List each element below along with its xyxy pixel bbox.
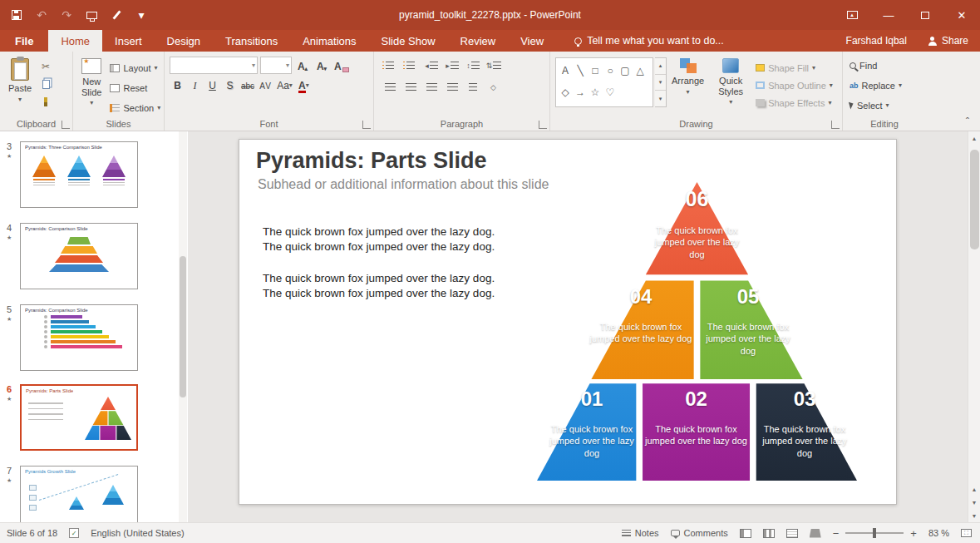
gallery-scroll-up[interactable]: ▴ bbox=[655, 58, 666, 74]
font-color-button[interactable]: A▾ bbox=[296, 77, 312, 94]
tab-slideshow[interactable]: Slide Show bbox=[369, 30, 448, 52]
shapes-gallery[interactable]: A ╲ □ ○ ▢ △ ◇ → ☆ ♡ bbox=[555, 57, 653, 107]
language-indicator[interactable]: English (United States) bbox=[91, 528, 185, 538]
shape-triangle-icon[interactable]: △ bbox=[633, 60, 648, 81]
text-shadow-button[interactable]: S bbox=[222, 77, 238, 94]
collapse-ribbon-button[interactable]: ˆ bbox=[960, 116, 975, 128]
share-button[interactable]: Share bbox=[928, 35, 968, 47]
change-case-button[interactable]: Aa▾ bbox=[275, 77, 294, 94]
tab-review[interactable]: Review bbox=[448, 30, 509, 52]
shape-effects-button[interactable]: Shape Effects▾ bbox=[752, 94, 836, 111]
undo-button[interactable]: ↶ bbox=[33, 7, 50, 23]
character-spacing-button[interactable]: AV bbox=[258, 77, 273, 94]
shape-heart-icon[interactable]: ♡ bbox=[603, 81, 618, 103]
align-left-button[interactable] bbox=[381, 79, 399, 96]
shape-star-icon[interactable]: ☆ bbox=[588, 81, 603, 103]
copy-button[interactable] bbox=[37, 77, 55, 91]
tab-animations[interactable]: Animations bbox=[290, 30, 368, 52]
drawing-dialog-launcher[interactable] bbox=[831, 121, 840, 129]
next-slide-button[interactable]: ▾ bbox=[968, 496, 980, 509]
spellcheck-icon[interactable]: ✓ bbox=[69, 528, 79, 538]
tab-file[interactable]: File bbox=[0, 30, 48, 52]
cut-button[interactable]: ✂ bbox=[37, 59, 55, 74]
notes-button[interactable]: Notes bbox=[622, 528, 659, 538]
arrange-button[interactable]: Arrange ▾ bbox=[667, 55, 709, 117]
zoom-percentage[interactable]: 83 % bbox=[928, 528, 949, 538]
increase-indent-button[interactable]: ▸ bbox=[443, 57, 461, 74]
scrollbar-thumb[interactable] bbox=[970, 150, 979, 249]
section-button[interactable]: Section▾ bbox=[106, 99, 164, 116]
shape-rectangle-icon[interactable]: □ bbox=[588, 60, 603, 81]
replace-button[interactable]: abReplace▾ bbox=[846, 77, 923, 94]
tab-design[interactable]: Design bbox=[155, 30, 213, 52]
shape-arrow-icon[interactable]: → bbox=[573, 81, 588, 103]
scroll-down-button[interactable]: ▾ bbox=[968, 509, 980, 522]
slide-thumbnail[interactable]: Pyramids: Comparison Slide bbox=[20, 304, 138, 371]
tell-me-box[interactable]: Tell me what you want to do... bbox=[574, 30, 724, 52]
convert-smartart-button[interactable]: ◇ bbox=[485, 79, 503, 96]
comments-button[interactable]: Comments bbox=[671, 528, 728, 538]
clipboard-dialog-launcher[interactable] bbox=[62, 121, 70, 129]
layout-button[interactable]: Layout▾ bbox=[106, 59, 164, 77]
save-button[interactable] bbox=[8, 7, 25, 23]
decrease-indent-button[interactable]: ◂ bbox=[422, 57, 441, 74]
thumbnail-scrollbar[interactable] bbox=[179, 131, 187, 522]
slide-body-text[interactable]: The quick brown fox jumped over the lazy… bbox=[263, 225, 512, 301]
bold-button[interactable]: B bbox=[170, 77, 185, 94]
new-slide-button[interactable]: New Slide ▾ bbox=[76, 55, 106, 117]
reset-button[interactable]: Reset bbox=[106, 79, 164, 96]
fit-to-window-button[interactable]: ⛶ bbox=[961, 529, 972, 537]
columns-button[interactable] bbox=[464, 79, 482, 96]
clear-formatting-button[interactable]: A bbox=[332, 57, 351, 74]
zoom-slider-knob[interactable] bbox=[873, 528, 876, 538]
scrollbar-thumb[interactable] bbox=[180, 256, 186, 397]
reading-view-button[interactable] bbox=[786, 529, 798, 538]
shape-textbox-icon[interactable]: A bbox=[558, 60, 573, 81]
redo-button[interactable]: ↷ bbox=[58, 7, 75, 23]
slide-thumbnail[interactable]: Pyramids: Comparison Slide bbox=[20, 223, 138, 289]
start-slideshow-button[interactable] bbox=[83, 7, 100, 23]
font-dialog-launcher[interactable] bbox=[362, 121, 371, 129]
previous-slide-button[interactable]: ▴ bbox=[968, 482, 980, 496]
gallery-scroll-down[interactable]: ▾ bbox=[655, 74, 666, 91]
tab-home[interactable]: Home bbox=[48, 30, 102, 52]
zoom-out-button[interactable]: − bbox=[833, 527, 840, 540]
line-spacing-button[interactable]: ⇅ bbox=[485, 57, 503, 74]
slide-sorter-view-button[interactable] bbox=[763, 529, 775, 538]
zoom-in-button[interactable]: + bbox=[910, 527, 917, 540]
italic-button[interactable]: I bbox=[187, 77, 203, 94]
restore-button[interactable] bbox=[907, 0, 943, 30]
align-center-button[interactable] bbox=[401, 79, 420, 96]
slide-thumbnail[interactable]: Pyramids: Three Comparison Slide bbox=[20, 141, 138, 208]
vertical-scrollbar[interactable]: ▴ ▴ ▾ ▾ bbox=[968, 131, 980, 522]
numbering-button[interactable] bbox=[401, 57, 420, 74]
increase-font-size-button[interactable]: A▴ bbox=[294, 57, 311, 74]
tab-insert[interactable]: Insert bbox=[102, 30, 155, 52]
shape-fill-button[interactable]: Shape Fill▾ bbox=[752, 59, 836, 77]
paragraph-dialog-launcher[interactable] bbox=[539, 121, 547, 129]
underline-button[interactable]: U bbox=[204, 77, 220, 94]
touch-mode-button[interactable] bbox=[108, 7, 125, 23]
text-direction-button[interactable]: ↕ bbox=[464, 57, 482, 74]
strikethrough-button[interactable]: abc bbox=[239, 77, 256, 94]
zoom-slider[interactable] bbox=[845, 532, 904, 534]
font-size-combobox[interactable]: ▾ bbox=[260, 57, 292, 74]
shape-diamond-icon[interactable]: ◇ bbox=[558, 81, 573, 103]
slide-title[interactable]: Pyramids: Parts Slide bbox=[256, 148, 487, 174]
paste-button[interactable]: Paste ▾ bbox=[3, 55, 37, 117]
shape-rounded-rect-icon[interactable]: ▢ bbox=[618, 60, 633, 81]
tab-transitions[interactable]: Transitions bbox=[213, 30, 290, 52]
normal-view-button[interactable] bbox=[740, 529, 751, 538]
ribbon-display-options-button[interactable]: ▴ bbox=[834, 0, 870, 30]
customize-qat-button[interactable]: ▾ bbox=[133, 7, 150, 23]
slide-subtitle[interactable]: Subhead or additional information about … bbox=[258, 177, 549, 192]
font-name-combobox[interactable]: ▾ bbox=[170, 57, 258, 74]
slide-canvas[interactable]: Pyramids: Parts Slide Subhead or additio… bbox=[239, 139, 897, 505]
slideshow-view-button[interactable] bbox=[810, 529, 821, 538]
shape-line-icon[interactable]: ╲ bbox=[573, 60, 588, 81]
bullets-button[interactable] bbox=[381, 57, 399, 74]
decrease-font-size-button[interactable]: A▾ bbox=[313, 57, 330, 74]
gallery-more-button[interactable]: ▾ bbox=[655, 90, 666, 106]
shape-outline-button[interactable]: Shape Outline▾ bbox=[752, 77, 836, 94]
format-painter-button[interactable] bbox=[37, 94, 55, 109]
